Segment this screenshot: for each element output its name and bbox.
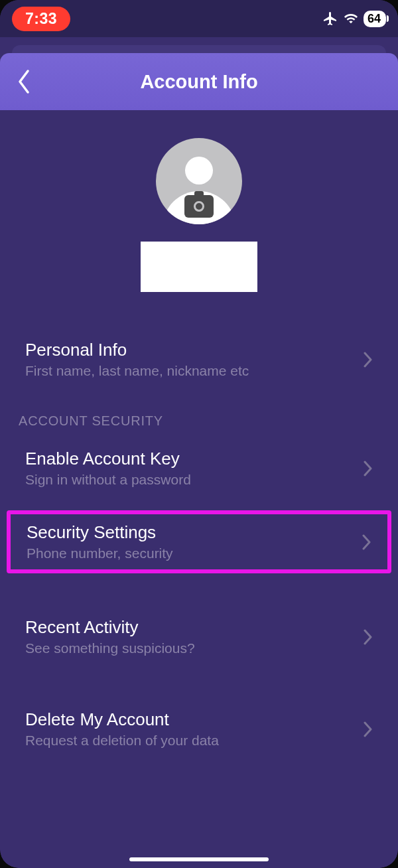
page-title: Account Info [140, 71, 257, 93]
airplane-mode-icon [322, 11, 338, 27]
chevron-right-icon [364, 461, 373, 476]
back-button[interactable] [9, 67, 38, 96]
account-name-redacted [141, 242, 257, 292]
battery-indicator: 64 [364, 11, 386, 27]
personal-info-title: Personal Info [25, 340, 357, 360]
sheet-stack-background [12, 45, 386, 53]
status-bar: 7:33 64 [0, 0, 398, 37]
enable-account-key-title: Enable Account Key [25, 449, 357, 469]
content-area: Personal Info First name, last name, nic… [0, 110, 398, 868]
personal-info-row[interactable]: Personal Info First name, last name, nic… [0, 330, 398, 388]
avatar-container [0, 138, 398, 224]
account-security-section-label: ACCOUNT SECURITY [0, 401, 398, 439]
personal-info-subtitle: First name, last name, nickname etc [25, 363, 357, 379]
delete-account-title: Delete My Account [25, 709, 357, 730]
security-settings-title: Security Settings [27, 522, 356, 543]
avatar-placeholder-head [185, 157, 213, 184]
status-time: 7:33 [12, 7, 70, 31]
navigation-header: Account Info [0, 53, 398, 110]
security-settings-subtitle: Phone number, security [27, 545, 356, 561]
camera-icon [184, 195, 214, 218]
recent-activity-title: Recent Activity [25, 617, 357, 638]
chevron-left-icon [16, 68, 32, 95]
delete-account-subtitle: Request a deletion of your data [25, 733, 357, 749]
recent-activity-subtitle: See something suspicious? [25, 640, 357, 656]
chevron-right-icon [364, 629, 373, 645]
wifi-icon [344, 11, 358, 26]
chevron-right-icon [362, 534, 371, 550]
recent-activity-row[interactable]: Recent Activity See something suspicious… [0, 608, 398, 666]
status-icons: 64 [322, 11, 386, 27]
security-settings-row[interactable]: Security Settings Phone number, security [7, 510, 391, 573]
delete-account-row[interactable]: Delete My Account Request a deletion of … [0, 700, 398, 758]
enable-account-key-row[interactable]: Enable Account Key Sign in without a pas… [0, 439, 398, 497]
home-indicator[interactable] [129, 857, 269, 861]
screen: 7:33 64 Account Info [0, 0, 398, 868]
chevron-right-icon [364, 721, 373, 737]
enable-account-key-subtitle: Sign in without a password [25, 472, 357, 488]
chevron-right-icon [364, 352, 373, 368]
avatar[interactable] [156, 138, 242, 224]
